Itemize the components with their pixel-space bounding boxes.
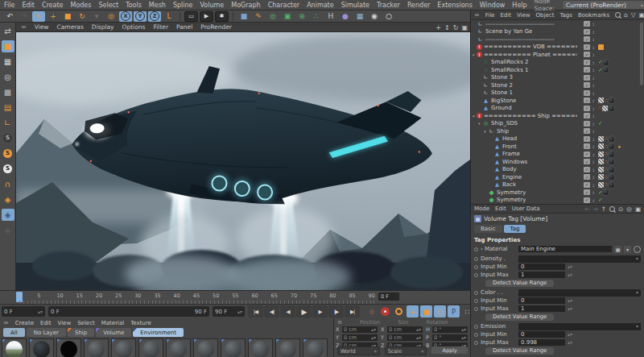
om-menu-edit[interactable]: Edit [500, 12, 511, 19]
material-tag-icon[interactable] [609, 98, 614, 103]
texture-specks-tag-icon[interactable]: ∴ [605, 152, 608, 157]
lock-icon[interactable]: ⊙ [618, 205, 623, 213]
next-frame-button[interactable]: ▶ [312, 305, 328, 318]
material-link-field[interactable]: Main Engine [518, 246, 612, 252]
visibility-dots[interactable]: : [592, 44, 594, 50]
layer-tab-no-layer[interactable]: No Layer [27, 328, 66, 337]
enable-checkbox[interactable]: ✓ [584, 121, 590, 127]
floor-menu[interactable]: ▦ [353, 11, 366, 22]
detect-value-range-button[interactable]: Detect Value Range [485, 313, 554, 321]
range-slider[interactable]: 0 F 90 F [48, 306, 209, 317]
animation-dot-icon[interactable] [474, 291, 478, 295]
enable-checkbox[interactable]: ✓ [584, 36, 590, 42]
material-tag-icon[interactable] [609, 167, 614, 172]
record-keyframe-button[interactable] [379, 305, 391, 318]
stepper-arrows-icon[interactable]: ▴▾ [568, 340, 572, 345]
menu-render[interactable]: Render [407, 2, 430, 9]
back-arrow-icon[interactable]: ← [584, 205, 589, 213]
render-picture-viewer-button[interactable]: ▶ [200, 11, 213, 22]
make-editable-tool[interactable]: ⇄ [2, 25, 14, 37]
viewport-menu-cameras[interactable]: Cameras [57, 23, 84, 31]
object-row[interactable]: ▲Body✓:∴ [471, 166, 644, 174]
home-icon[interactable]: ⌂ [624, 11, 628, 19]
live-selection-tool[interactable]: ↖ [32, 11, 45, 22]
object-row[interactable]: ∟Stone 2✓: [471, 81, 644, 89]
current-frame-field[interactable]: 0 F [378, 293, 399, 301]
visibility-dots[interactable]: : [592, 121, 594, 127]
layer-tab-volume[interactable]: Volume [96, 328, 131, 337]
param-value-field[interactable]: 1 [518, 272, 565, 278]
menu-tools[interactable]: Tools [126, 2, 142, 9]
param-value-field[interactable]: 0 [518, 331, 565, 338]
enable-checkbox[interactable]: ✓ [584, 75, 590, 81]
material-rock-4[interactable] [166, 338, 191, 357]
visibility-dots[interactable]: : [592, 29, 594, 35]
menu-tracker[interactable]: Tracker [377, 2, 400, 9]
object-row[interactable]: ∟Stone 1✓: [471, 89, 644, 98]
picker-button[interactable] [634, 246, 641, 253]
last-tool-icon[interactable]: ▾ [90, 11, 103, 22]
enable-checkbox[interactable]: ✓ [584, 189, 590, 195]
texture-specks-tag-icon[interactable]: ∴ [605, 98, 608, 104]
check-tag-icon[interactable]: ✓ [598, 60, 602, 65]
animation-dot-icon[interactable] [474, 247, 478, 251]
menu-mesh[interactable]: Mesh [149, 2, 166, 9]
visibility-dots[interactable]: : [592, 75, 594, 81]
visibility-dots[interactable]: : [592, 136, 594, 142]
detect-value-range-button[interactable]: Detect Value Range [485, 347, 554, 355]
menu-window[interactable]: Window [480, 2, 506, 9]
viewport-canvas[interactable] [16, 32, 470, 290]
enable-checkbox[interactable]: ✓ [584, 159, 590, 164]
animation-dot-icon[interactable] [474, 257, 478, 261]
range-end-field[interactable]: 90 F▴▾ [213, 306, 245, 317]
texture-tag-icon[interactable] [598, 182, 604, 188]
snap-off-tool[interactable]: S [2, 132, 14, 144]
annotation-tag-icon[interactable] [598, 44, 604, 50]
menu-icon[interactable]: ≡ [474, 11, 480, 19]
texture-specks-tag-icon[interactable]: ∴ [605, 160, 608, 165]
visibility-dots[interactable]: : [592, 21, 594, 27]
menu-help[interactable]: Help [512, 2, 526, 9]
material-tag-icon[interactable] [609, 106, 614, 111]
visibility-dots[interactable]: : [592, 60, 594, 65]
viewport-menu-prorender[interactable]: ProRender [200, 23, 232, 31]
light-menu[interactable]: ○ [382, 11, 395, 22]
param-dropdown[interactable]: ▾ [518, 255, 641, 263]
texture-tag-icon[interactable] [598, 98, 604, 103]
search-icon[interactable] [615, 12, 621, 18]
edges-mode-tool[interactable]: ▤ [2, 102, 14, 114]
enable-checkbox[interactable]: ✓ [584, 182, 590, 188]
render-settings-button[interactable]: ✱ [215, 11, 229, 22]
stepper-arrows-icon[interactable]: ▴▾ [568, 332, 572, 337]
object-row[interactable]: ▾!========== Planet ==========✓: [471, 51, 644, 59]
object-row[interactable]: ∟----------------------------------✓: [471, 35, 644, 44]
visibility-dots[interactable]: : [592, 36, 594, 42]
enable-checkbox[interactable]: ✓ [584, 174, 590, 180]
material-tag-icon[interactable] [609, 174, 614, 180]
param-dropdown[interactable]: ▾ [518, 289, 641, 297]
animation-dot-icon[interactable] [474, 325, 478, 329]
texture-specks-tag-icon[interactable]: ∴ [605, 167, 608, 172]
dropdown-button[interactable]: ▾ [624, 246, 631, 253]
x-axis-lock[interactable]: X [119, 11, 132, 22]
primitive-cube-menu[interactable]: ■ [237, 11, 250, 22]
material-rock-7[interactable] [248, 338, 273, 357]
stepper-arrows-icon[interactable]: ▴▾ [568, 298, 572, 303]
enable-checkbox[interactable]: ✓ [584, 60, 590, 65]
enable-checkbox[interactable]: ✓ [584, 167, 590, 172]
enable-checkbox[interactable]: ✓ [584, 21, 590, 27]
visibility-dots[interactable]: : [592, 106, 594, 111]
material-rock-3[interactable] [138, 338, 163, 357]
object-row[interactable]: ▾!=========== Ship ===========✓: [471, 112, 644, 120]
enable-checkbox[interactable]: ✓ [584, 44, 590, 50]
enable-checkbox[interactable]: ✓ [584, 52, 590, 57]
enable-checkbox[interactable]: ✓ [584, 67, 590, 73]
check-tag-icon[interactable]: ✓ [598, 68, 602, 73]
deformers-menu[interactable]: ⊛ [295, 11, 308, 22]
enable-checkbox[interactable]: ✓ [584, 98, 590, 103]
object-row[interactable]: ▲Ground✓:∴ [471, 105, 644, 113]
mograph-menu[interactable]: ∴ [310, 11, 323, 22]
previous-key-button[interactable]: ◀| [264, 305, 279, 318]
enable-checkbox[interactable]: ✓ [584, 106, 590, 111]
object-row[interactable]: ●Symmetry✓:✓ [471, 197, 644, 205]
